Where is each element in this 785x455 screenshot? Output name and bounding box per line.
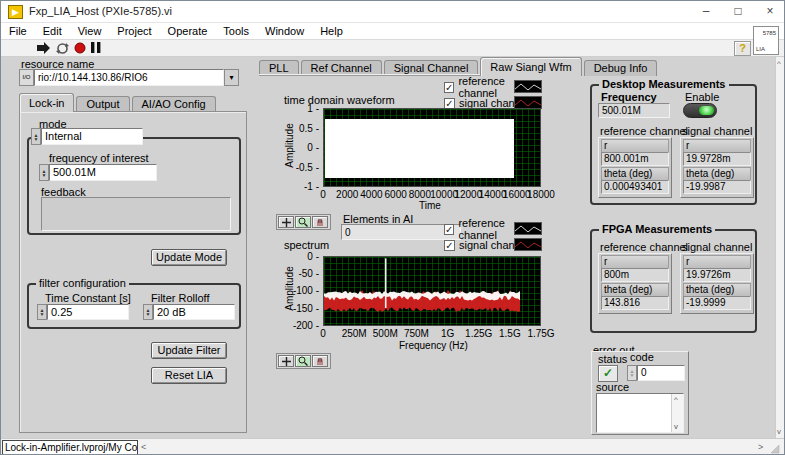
menu-item-operate[interactable]: Operate bbox=[160, 23, 216, 39]
theta-header: theta (deg) bbox=[601, 283, 669, 296]
reset-lia-button[interactable]: Reset LIA bbox=[151, 367, 227, 384]
desktop-signal-label: signal channel bbox=[682, 125, 752, 137]
zoom-tool-icon[interactable] bbox=[295, 216, 311, 228]
filter-rolloff-control[interactable]: ▲▼ 20 dB bbox=[143, 304, 235, 320]
menu-item-view[interactable]: View bbox=[70, 23, 110, 39]
update-filter-button[interactable]: Update Filter bbox=[151, 342, 227, 359]
x-tick: 1.75G bbox=[527, 328, 554, 339]
pan-tool-icon-2[interactable] bbox=[312, 355, 328, 367]
context-help-button[interactable]: ? bbox=[734, 41, 751, 56]
time-constant-spinner-icon[interactable]: ▲▼ bbox=[37, 304, 47, 320]
close-button[interactable]: × bbox=[754, 1, 785, 23]
menu-item-tools[interactable]: Tools bbox=[215, 23, 257, 39]
signal-checkbox[interactable]: ✓ bbox=[444, 98, 455, 109]
frequency-spinner-icon[interactable]: ▲▼ bbox=[39, 164, 49, 181]
resize-grip-icon[interactable] bbox=[771, 445, 780, 454]
signal-plot-sample-2[interactable] bbox=[514, 238, 542, 251]
scroll-down-icon[interactable]: v bbox=[777, 427, 781, 436]
reference-checkbox[interactable]: ✓ bbox=[444, 82, 454, 93]
theta-header: theta (deg) bbox=[601, 167, 669, 180]
enable-toggle[interactable] bbox=[683, 103, 717, 118]
status-bar: Lock-in-Amplifier.lvproj/My Computer < > bbox=[1, 438, 785, 455]
reference-checkbox-2[interactable]: ✓ bbox=[444, 224, 454, 235]
scroll-up-icon[interactable]: ^ bbox=[674, 395, 678, 404]
combo-dropdown-icon[interactable]: ▾ bbox=[224, 69, 239, 86]
code-spinner-icon: ▲▼ bbox=[627, 365, 637, 381]
filter-rolloff-spinner-icon[interactable]: ▲▼ bbox=[143, 304, 153, 320]
project-context-button[interactable]: Lock-in-Amplifier.lvproj/My Computer bbox=[2, 440, 138, 455]
abort-icon[interactable] bbox=[74, 42, 86, 54]
menu-item-help[interactable]: Help bbox=[312, 23, 351, 39]
menu-item-file[interactable]: File bbox=[1, 23, 35, 39]
time-chart-xlabel: Time bbox=[419, 200, 441, 211]
mode-ring-control[interactable]: ▲▼ Internal bbox=[31, 128, 143, 145]
cursor-tool-icon-2[interactable] bbox=[278, 355, 294, 367]
time-constant-value[interactable]: 0.25 bbox=[47, 304, 129, 320]
pan-tool-icon[interactable] bbox=[312, 216, 328, 228]
elements-in-ai-value: 0 bbox=[341, 224, 461, 240]
vertical-scrollbar[interactable]: ^ v bbox=[775, 57, 784, 438]
hscroll-right-icon[interactable]: > bbox=[758, 442, 763, 452]
hscroll-left-icon[interactable]: < bbox=[141, 442, 146, 452]
spectrum-plot-area[interactable] bbox=[323, 256, 541, 326]
signal-checkbox-2[interactable]: ✓ bbox=[444, 240, 455, 251]
source-scrollbar[interactable]: ^ v bbox=[671, 394, 683, 432]
menu-item-window[interactable]: Window bbox=[257, 23, 312, 39]
tab-pll[interactable]: PLL bbox=[259, 60, 299, 76]
tab-signal-channel[interactable]: Signal Channel bbox=[384, 60, 479, 76]
tab-ai-ao-config[interactable]: AI/AO Config bbox=[132, 96, 216, 112]
maximize-button[interactable]: □ bbox=[722, 1, 754, 23]
time-chart-plot-area[interactable] bbox=[323, 108, 541, 187]
resource-name-value[interactable]: rio://10.144.130.86/RIO6 bbox=[34, 69, 224, 86]
labview-vi-icon: ▶ bbox=[8, 5, 23, 19]
x-tick: 4000 bbox=[360, 189, 382, 200]
r-header: r bbox=[683, 255, 751, 268]
update-mode-button[interactable]: Update Mode bbox=[151, 249, 227, 266]
desktop-frequency-label: Frequency bbox=[601, 91, 657, 103]
scroll-up-icon[interactable]: ^ bbox=[777, 59, 781, 68]
reference-plot-sample[interactable] bbox=[514, 80, 542, 93]
theta-header: theta (deg) bbox=[683, 167, 751, 180]
x-tick: 8000 bbox=[409, 189, 431, 200]
mode-spinner-icon[interactable]: ▲▼ bbox=[31, 128, 41, 145]
vi-connector-icon[interactable]: 5785 LIA bbox=[753, 26, 779, 55]
r-header: r bbox=[601, 139, 669, 152]
spectrum-x-axis: 0250M500M750M1G1.25G1.5G1.75G bbox=[323, 328, 541, 339]
desktop-reference-label: reference channel bbox=[600, 125, 688, 137]
menu-item-project[interactable]: Project bbox=[109, 23, 159, 39]
tab-debug-info[interactable]: Debug Info bbox=[584, 60, 658, 76]
time-chart-y-axis: 1 -0.5 -0 --0.5 --1 - bbox=[289, 103, 319, 193]
tab-output[interactable]: Output bbox=[76, 96, 129, 112]
time-chart-waveform-band bbox=[325, 119, 514, 178]
zoom-tool-icon-2[interactable] bbox=[295, 355, 311, 367]
minimize-button[interactable]: – bbox=[690, 1, 722, 23]
scroll-down-icon[interactable]: v bbox=[674, 422, 678, 431]
frequency-value[interactable]: 500.01M bbox=[49, 164, 157, 181]
y-tick: 1 - bbox=[307, 103, 319, 114]
feedback-indicator bbox=[41, 197, 231, 231]
theta-value: 0.000493401 bbox=[601, 180, 669, 194]
run-continuously-icon[interactable] bbox=[56, 42, 69, 55]
fpga-reference-label: reference channel bbox=[600, 241, 688, 253]
code-value: 0 bbox=[637, 365, 685, 381]
menu-item-edit[interactable]: Edit bbox=[35, 23, 70, 39]
source-label: source bbox=[596, 381, 629, 393]
desktop-reference-cluster: r 800.001m theta (deg) 0.000493401 bbox=[598, 137, 672, 198]
filter-rolloff-value[interactable]: 20 dB bbox=[153, 304, 235, 320]
reference-plot-sample-2[interactable] bbox=[514, 222, 542, 235]
frequency-of-interest-control[interactable]: ▲▼ 500.01M bbox=[39, 164, 157, 181]
y-tick: -150 - bbox=[293, 303, 319, 314]
tab-ref-channel[interactable]: Ref Channel bbox=[301, 60, 382, 76]
cursor-tool-icon[interactable] bbox=[278, 216, 294, 228]
pause-icon[interactable] bbox=[91, 42, 101, 53]
resource-name-combo[interactable]: I/O rio://10.144.130.86/RIO6 ▾ bbox=[19, 69, 239, 86]
x-tick: 0 bbox=[320, 328, 326, 339]
desktop-frequency-value: 500.01M bbox=[598, 103, 670, 118]
time-constant-control[interactable]: ▲▼ 0.25 bbox=[37, 304, 129, 320]
tab-raw-siangl-wfm[interactable]: Raw Siangl Wfm bbox=[480, 57, 581, 76]
run-icon[interactable] bbox=[37, 42, 51, 54]
enable-label: Enable bbox=[685, 91, 719, 103]
r-value: 800.001m bbox=[601, 152, 669, 166]
tab-lock-in[interactable]: Lock-in bbox=[19, 93, 74, 112]
mode-value[interactable]: Internal bbox=[41, 128, 143, 145]
